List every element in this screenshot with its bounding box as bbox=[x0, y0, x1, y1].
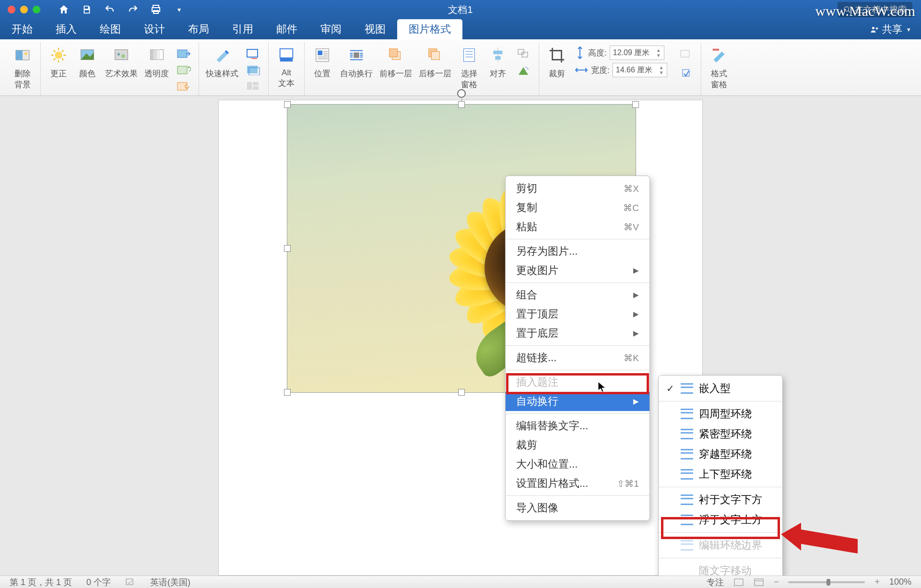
picture-layout-button[interactable] bbox=[245, 80, 261, 93]
change-picture-button[interactable] bbox=[176, 63, 192, 77]
ctx-change-picture[interactable]: 更改图片▶ bbox=[506, 261, 649, 280]
picture-border-button[interactable] bbox=[245, 47, 261, 60]
crop-button[interactable]: 裁剪 bbox=[546, 44, 568, 79]
tab-view[interactable]: 视图 bbox=[353, 19, 397, 39]
ctx-copy[interactable]: 复制⌘C bbox=[506, 198, 649, 217]
artistic-effects-button[interactable]: 艺术效果 bbox=[105, 44, 138, 79]
svg-rect-31 bbox=[354, 52, 359, 58]
tab-references[interactable]: 引用 bbox=[221, 19, 265, 39]
rotate-button[interactable] bbox=[516, 64, 532, 78]
reset-picture-button[interactable] bbox=[176, 80, 192, 93]
ctx-group[interactable]: 组合▶ bbox=[506, 285, 649, 305]
sub-inline[interactable]: ✓嵌入型 bbox=[659, 378, 782, 399]
minimize-window-button[interactable] bbox=[20, 6, 28, 13]
selection-icon bbox=[458, 44, 480, 66]
status-page[interactable]: 第 1 页，共 1 页 bbox=[10, 576, 72, 588]
picture-effects-button[interactable] bbox=[245, 63, 261, 77]
resize-handle-sw[interactable] bbox=[284, 389, 291, 396]
redo-icon[interactable] bbox=[127, 3, 139, 16]
height-input[interactable]: 12.09 厘米▲▼ bbox=[610, 46, 664, 60]
sub-behind-text[interactable]: 衬于文字下方 bbox=[659, 490, 782, 510]
selection-pane-button[interactable]: 选择 窗格 bbox=[458, 44, 480, 90]
alt-text-button[interactable]: Alt 文本 bbox=[275, 44, 297, 89]
undo-icon[interactable] bbox=[104, 3, 116, 16]
resize-handle-nw[interactable] bbox=[284, 101, 291, 108]
ctx-import-image[interactable]: 导入图像 bbox=[506, 498, 649, 517]
ctx-send-to-back[interactable]: 置于底层▶ bbox=[506, 324, 649, 343]
transparency-button[interactable]: 透明度 bbox=[144, 44, 169, 79]
close-window-button[interactable] bbox=[8, 6, 15, 13]
status-language[interactable]: 英语(美国) bbox=[150, 576, 190, 588]
corrections-button[interactable]: 更正 bbox=[47, 44, 70, 79]
svg-rect-42 bbox=[681, 50, 689, 57]
status-focus[interactable]: 专注 bbox=[707, 576, 724, 588]
quick-style-icon bbox=[211, 44, 233, 66]
lock-aspect-button[interactable] bbox=[678, 66, 694, 80]
resize-handle-n[interactable] bbox=[458, 101, 465, 108]
ctx-paste[interactable]: 粘贴⌘V bbox=[506, 217, 649, 236]
ctx-size-position[interactable]: 大小和位置... bbox=[506, 455, 649, 474]
status-spellcheck-icon[interactable] bbox=[125, 578, 136, 587]
bring-forward-button[interactable]: 前移一层 bbox=[379, 44, 412, 79]
tab-insert[interactable]: 插入 bbox=[44, 19, 88, 39]
view-web-layout-icon[interactable] bbox=[754, 578, 764, 587]
wrap-text-button[interactable]: 自动换行 bbox=[340, 44, 373, 79]
tab-layout[interactable]: 布局 bbox=[177, 19, 221, 39]
search-input[interactable]: 在文档中搜索 bbox=[838, 2, 912, 17]
search-icon bbox=[843, 6, 851, 13]
share-button[interactable]: 共享▾ bbox=[870, 23, 910, 36]
tab-home[interactable]: 开始 bbox=[0, 19, 44, 39]
chevron-right-icon: ▶ bbox=[633, 291, 639, 299]
svg-point-8 bbox=[55, 51, 62, 59]
compress-pictures-button[interactable] bbox=[176, 47, 192, 60]
format-pane-button[interactable]: 格式 窗格 bbox=[708, 44, 730, 90]
tab-design[interactable]: 设计 bbox=[132, 19, 177, 39]
sub-tight[interactable]: 紧密型环绕 bbox=[659, 424, 782, 444]
sub-square[interactable]: 四周型环绕 bbox=[659, 404, 782, 424]
color-button[interactable]: 颜色 bbox=[76, 44, 98, 79]
zoom-slider[interactable] bbox=[788, 581, 865, 583]
ctx-edit-alt-text[interactable]: 编辑替换文字... bbox=[506, 416, 649, 435]
zoom-percentage[interactable]: 100% bbox=[889, 577, 911, 587]
ctx-cut[interactable]: 剪切⌘X bbox=[506, 179, 649, 198]
view-print-layout-icon[interactable] bbox=[733, 578, 744, 587]
width-input[interactable]: 14.66 厘米▲▼ bbox=[613, 63, 667, 77]
save-icon[interactable] bbox=[81, 3, 93, 16]
sub-top-bottom[interactable]: 上下型环绕 bbox=[659, 464, 782, 484]
group-button[interactable] bbox=[516, 47, 532, 60]
tab-review[interactable]: 审阅 bbox=[309, 19, 353, 39]
svg-point-7 bbox=[24, 52, 27, 55]
chevron-right-icon: ▶ bbox=[633, 397, 639, 406]
ctx-format-picture[interactable]: 设置图片格式...⇧⌘1 bbox=[506, 474, 649, 493]
tab-draw[interactable]: 绘图 bbox=[88, 19, 132, 39]
home-icon[interactable] bbox=[58, 3, 70, 16]
quick-styles-button[interactable]: 快速样式 bbox=[206, 44, 238, 79]
rotate-handle[interactable] bbox=[457, 89, 466, 98]
customize-qat-icon[interactable]: ▾ bbox=[173, 3, 185, 16]
wrap-submenu: ✓嵌入型 四周型环绕 紧密型环绕 穿越型环绕 上下型环绕 衬于文字下方 浮于文字… bbox=[658, 375, 783, 584]
status-word-count[interactable]: 0 个字 bbox=[86, 576, 111, 588]
sub-in-front-of-text[interactable]: 浮于文字上方 bbox=[659, 510, 782, 530]
tab-picture-format[interactable]: 图片格式 bbox=[397, 19, 462, 39]
position-icon bbox=[311, 44, 333, 66]
remove-background-button[interactable]: 删除 背景 bbox=[12, 44, 34, 90]
align-button[interactable]: 对齐 bbox=[487, 44, 509, 79]
resize-handle-s[interactable] bbox=[458, 389, 465, 396]
ctx-crop[interactable]: 裁剪 bbox=[506, 435, 649, 455]
ctx-bring-to-front[interactable]: 置于顶层▶ bbox=[506, 305, 649, 324]
ctx-save-as-picture[interactable]: 另存为图片... bbox=[506, 242, 649, 261]
sub-through[interactable]: 穿越型环绕 bbox=[659, 444, 782, 464]
ctx-hyperlink[interactable]: 超链接...⌘K bbox=[506, 348, 649, 367]
resize-handle-ne[interactable] bbox=[632, 101, 639, 108]
search-placeholder: 在文档中搜索 bbox=[855, 4, 907, 15]
status-bar: 第 1 页，共 1 页 0 个字 英语(美国) 专注 − + 100% bbox=[0, 576, 921, 588]
position-button[interactable]: 位置 bbox=[311, 44, 333, 79]
ctx-auto-wrap[interactable]: 自动换行▶ bbox=[506, 392, 649, 411]
resize-handle-w[interactable] bbox=[284, 245, 291, 252]
crop-dialog-button[interactable] bbox=[678, 48, 694, 61]
tab-mail[interactable]: 邮件 bbox=[265, 19, 309, 39]
send-backward-button[interactable]: 后移一层 bbox=[419, 44, 451, 79]
fullscreen-window-button[interactable] bbox=[33, 6, 40, 13]
print-icon[interactable] bbox=[150, 3, 162, 16]
svg-rect-47 bbox=[755, 579, 763, 586]
